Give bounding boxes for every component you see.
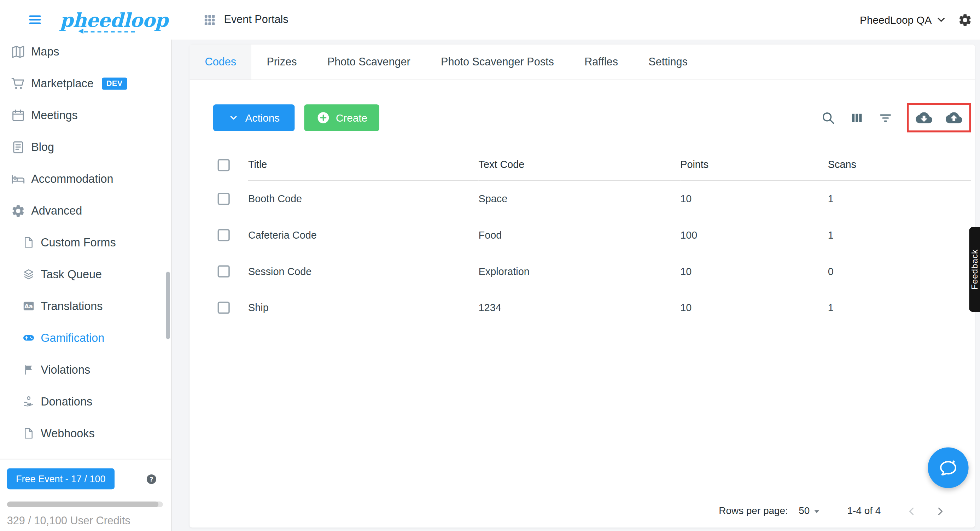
gear-icon — [11, 203, 25, 218]
sidebar-item-label: Blog — [31, 140, 54, 154]
table-row[interactable]: Ship 1234 10 1 — [213, 289, 971, 326]
gamepad-icon — [22, 332, 35, 344]
help-icon[interactable]: ? — [146, 473, 157, 484]
body-row: Maps Marketplace DEV Meetings Blog — [0, 40, 980, 531]
rows-per-page-label: Rows per page: — [719, 505, 788, 517]
pagination-range: 1-4 of 4 — [848, 505, 881, 517]
row-checkbox[interactable] — [218, 266, 230, 278]
calendar-icon — [11, 108, 25, 122]
sidebar-item-translations[interactable]: Aa Translations — [0, 290, 171, 322]
sidebar-item-marketplace[interactable]: Marketplace DEV — [0, 68, 171, 99]
sidebar-item-label: Violations — [41, 363, 90, 377]
chat-button[interactable] — [928, 447, 968, 488]
topbar-main: Event Portals — [172, 13, 860, 26]
sidebar-item-label: Maps — [31, 45, 59, 58]
previous-page-icon[interactable] — [905, 504, 918, 518]
sidebar-item-accommodation[interactable]: Accommodation — [0, 163, 171, 195]
sidebar: Maps Marketplace DEV Meetings Blog — [0, 40, 172, 531]
cell-points: 10 — [680, 266, 828, 277]
account-menu[interactable]: PheedLoop QA — [860, 14, 932, 26]
cloud-upload-icon[interactable] — [946, 110, 963, 126]
table-row[interactable]: Booth Code Space 10 1 — [213, 181, 971, 217]
search-icon[interactable] — [821, 110, 835, 125]
page-title: Event Portals — [224, 13, 288, 26]
donation-hand-icon — [22, 395, 35, 408]
scale-wrapper: pheedloop Event Portals PheedLoop QA Map… — [0, 0, 980, 531]
sidebar-bottom: Free Event - 17 / 100 ? 329 / 10,100 Use… — [0, 459, 171, 531]
select-all-checkbox[interactable] — [218, 159, 230, 171]
column-header-points[interactable]: Points — [680, 149, 828, 181]
settings-gear-icon[interactable] — [958, 13, 972, 27]
flag-icon — [22, 363, 35, 376]
column-header-text-code[interactable]: Text Code — [479, 149, 681, 181]
chevron-down-icon[interactable] — [935, 13, 948, 26]
sidebar-item-custom-forms[interactable]: Custom Forms — [0, 227, 171, 258]
next-page-icon[interactable] — [934, 504, 947, 518]
sidebar-item-label: Marketplace — [31, 77, 93, 90]
tab-photo-scavenger[interactable]: Photo Scavenger — [312, 45, 426, 79]
hamburger-menu-icon[interactable] — [28, 13, 42, 27]
cell-text-code: Space — [479, 193, 681, 204]
sidebar-item-webhooks[interactable]: Webhooks — [0, 418, 171, 449]
pheedloop-logo[interactable]: pheedloop — [60, 8, 168, 31]
row-checkbox[interactable] — [218, 193, 230, 205]
column-header-scans[interactable]: Scans — [828, 149, 971, 181]
svg-text:?: ? — [150, 475, 153, 483]
sidebar-scrollbar-thumb[interactable] — [166, 272, 170, 339]
logo-text: pheedloop — [60, 8, 168, 31]
sidebar-item-blog[interactable]: Blog — [0, 131, 171, 163]
cell-scans: 1 — [828, 302, 971, 313]
sidebar-item-donations[interactable]: Donations — [0, 386, 171, 418]
plan-button[interactable]: Free Event - 17 / 100 — [7, 468, 115, 489]
content-card: Codes Prizes Photo Scavenger Photo Scave… — [189, 45, 975, 528]
cell-points: 10 — [680, 193, 828, 204]
tab-bar: Codes Prizes Photo Scavenger Photo Scave… — [189, 45, 975, 80]
sidebar-item-meetings[interactable]: Meetings — [0, 99, 171, 131]
sidebar-item-advanced[interactable]: Advanced — [0, 195, 171, 227]
columns-icon[interactable] — [850, 110, 864, 125]
tab-photo-scavenger-posts[interactable]: Photo Scavenger Posts — [426, 45, 569, 79]
tab-settings[interactable]: Settings — [633, 45, 703, 79]
cloud-download-icon[interactable] — [916, 110, 932, 126]
codes-table: Title Text Code Points Scans Booth Code … — [213, 149, 971, 326]
actions-button[interactable]: Actions — [213, 104, 294, 131]
column-header-title[interactable]: Title — [248, 149, 479, 181]
tab-codes[interactable]: Codes — [189, 45, 251, 79]
row-checkbox[interactable] — [218, 229, 230, 241]
svg-text:Aa: Aa — [24, 303, 33, 310]
cell-points: 10 — [680, 302, 828, 313]
feedback-tab[interactable]: Feedback — [969, 227, 980, 312]
sidebar-item-label: Translations — [41, 299, 102, 313]
sidebar-item-violations[interactable]: Violations — [0, 354, 171, 386]
table-header-row: Title Text Code Points Scans — [213, 149, 971, 181]
apps-grid-icon[interactable] — [204, 14, 216, 26]
sidebar-item-label: Custom Forms — [41, 236, 116, 249]
table-row[interactable]: Session Code Exploration 10 0 — [213, 253, 971, 289]
sidebar-item-gamification[interactable]: Gamification — [0, 322, 171, 354]
bed-icon — [11, 172, 25, 186]
cell-scans: 1 — [828, 193, 971, 204]
filter-icon[interactable] — [878, 110, 892, 125]
create-button[interactable]: Create — [304, 104, 379, 131]
map-icon — [11, 44, 25, 59]
row-checkbox[interactable] — [218, 302, 230, 313]
cell-title: Cafeteria Code — [248, 229, 479, 241]
rows-per-page-select[interactable]: 50 — [799, 505, 823, 517]
sidebar-item-label: Gamification — [41, 331, 104, 345]
topbar-right: PheedLoop QA — [860, 13, 980, 27]
sidebar-nav: Maps Marketplace DEV Meetings Blog — [0, 36, 171, 459]
cell-title: Session Code — [248, 266, 479, 277]
tab-prizes[interactable]: Prizes — [251, 45, 312, 79]
sidebar-item-task-queue[interactable]: Task Queue — [0, 258, 171, 290]
red-highlight-box — [907, 103, 971, 133]
card-body: Actions Create — [189, 80, 975, 494]
sidebar-item-maps[interactable]: Maps — [0, 36, 171, 68]
cell-text-code: Exploration — [479, 266, 681, 277]
tab-raffles[interactable]: Raffles — [569, 45, 633, 79]
credits-progress-bar — [7, 501, 163, 507]
sidebar-item-label: Webhooks — [41, 427, 94, 440]
cell-text-code: Food — [479, 229, 681, 241]
table-row[interactable]: Cafeteria Code Food 100 1 — [213, 217, 971, 253]
dev-badge: DEV — [102, 78, 127, 89]
file-icon — [22, 236, 35, 249]
